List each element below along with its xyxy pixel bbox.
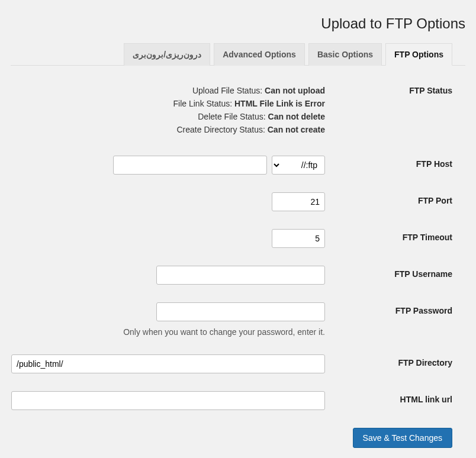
delete-status-label: Delete File Status: [198,112,268,121]
ftp-directory-input[interactable] [11,354,325,373]
label-ftp-status: FTP Status [325,82,452,95]
password-hint: .Only when you want to change your passw… [11,327,325,337]
tabs-bar: FTP Options Basic Options Advanced Optio… [11,43,465,66]
tab-ftp-options[interactable]: FTP Options [385,43,452,66]
ftp-username-input[interactable] [156,266,325,285]
tab-basic-options[interactable]: Basic Options [308,43,382,66]
link-status-label: File Link Status: [173,99,235,108]
dir-status-value: Can not create [268,125,325,134]
page-title: Upload to FTP Options [24,15,465,32]
link-status-value: HTML File Link is Error [234,99,325,108]
tab-advanced-options[interactable]: Advanced Options [214,43,305,66]
ftp-port-input[interactable] [272,192,325,211]
dir-status-label: Create Directory Status: [176,125,267,134]
save-test-button[interactable]: Save & Test Changes [353,428,452,448]
label-ftp-timeout: FTP Timeout [325,229,452,242]
tab-import-export[interactable]: درون‌ریزی/برون‌بری [124,43,210,66]
label-ftp-port: FTP Port [325,192,452,205]
ftp-password-input[interactable] [156,302,325,321]
upload-status-value: Can not upload [265,86,325,95]
ftp-timeout-input[interactable] [272,229,325,248]
delete-status-value: Can not delete [268,112,325,121]
label-ftp-directory: FTP Directory [325,354,452,367]
upload-status-label: Upload File Status: [192,86,265,95]
html-link-url-input[interactable] [11,391,325,410]
ftp-host-input[interactable] [113,156,267,175]
ftp-protocol-select[interactable]: ftp:// [272,156,325,175]
label-html-link-url: HTML link url [325,391,452,404]
label-ftp-password: FTP Password [325,302,452,315]
ftp-status-block: Upload File Status: Can not upload File … [11,82,325,138]
label-ftp-username: FTP Username [325,266,452,279]
panel-ftp-options: FTP Status Upload File Status: Can not u… [11,66,465,448]
label-ftp-host: FTP Host [325,156,452,169]
